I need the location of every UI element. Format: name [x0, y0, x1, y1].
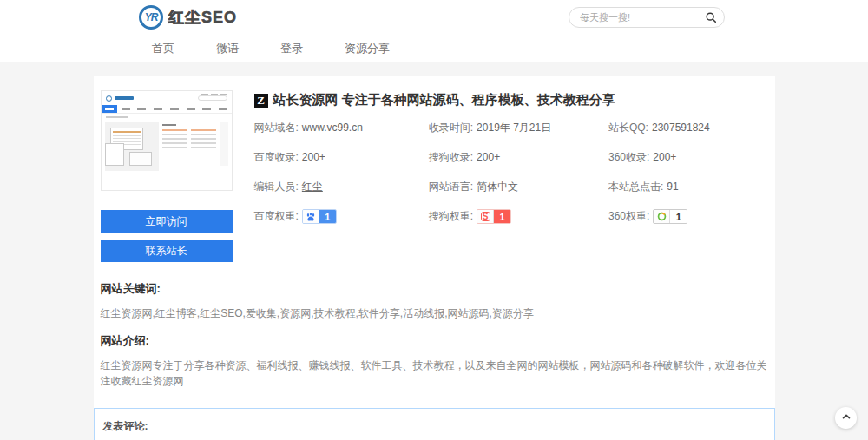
thumb-devices-image — [105, 122, 159, 171]
sogou-weight-value: 1 — [494, 210, 510, 223]
scroll-to-top-button[interactable] — [835, 407, 857, 429]
site-logo[interactable]: YR 红尘SEO — [139, 5, 237, 30]
chevron-up-icon — [841, 411, 852, 424]
info-domain: 网站域名:www.vc99.cn — [254, 121, 429, 135]
info-webmaster-qq: 站长QQ:2307591824 — [608, 121, 768, 135]
logo-monogram-icon: YR — [139, 5, 163, 30]
sogou-weight: 搜狗权重: S 1 — [429, 209, 608, 224]
nav-item-resources[interactable]: 资源分享 — [345, 41, 390, 56]
baidu-weight: 百度权重: 1 — [254, 209, 429, 224]
listing-card: 立即访问 联系站长 Z 站长资源网 专注于各种网站源码、程序模板、技术教程分享 … — [94, 76, 775, 440]
visit-site-button[interactable]: 立即访问 — [101, 210, 233, 233]
search-icon[interactable] — [705, 11, 717, 23]
info-indexed-date: 收录时间:2019年 7月21日 — [429, 121, 608, 135]
nav-item-login[interactable]: 登录 — [280, 41, 303, 56]
info-360-index: 360收录:200+ — [608, 150, 768, 165]
main-nav: 首页 微语 登录 资源分享 — [0, 35, 868, 62]
thumb-decor — [201, 94, 227, 95]
nav-item-home[interactable]: 首页 — [152, 41, 174, 56]
site-favicon-icon: Z — [254, 94, 268, 108]
search-input[interactable] — [580, 12, 705, 23]
baidu-weight-value: 1 — [319, 210, 336, 223]
site-thumbnail[interactable] — [101, 90, 233, 191]
intro-text: 红尘资源网专注于分享各种资源、福利线报、赚钱线报、软件工具、技术教程，以及来自全… — [101, 358, 768, 389]
info-sogou-index: 搜狗收录:200+ — [429, 150, 608, 165]
360-weight-badge[interactable]: 1 — [653, 209, 687, 224]
baidu-paw-icon — [303, 210, 319, 223]
search-box[interactable] — [569, 7, 725, 28]
site-info-grid: 网站域名:www.vc99.cn 收录时间:2019年 7月21日 站长QQ:2… — [254, 121, 768, 224]
editor-link[interactable]: 红尘 — [302, 181, 323, 193]
info-editor: 编辑人员:红尘 — [254, 180, 429, 194]
thumb-logo-icon — [106, 95, 112, 102]
360-weight-value: 1 — [670, 210, 687, 223]
sogou-weight-badge[interactable]: S 1 — [477, 209, 511, 224]
nav-item-weiyu[interactable]: 微语 — [216, 41, 239, 56]
site-header: YR 红尘SEO — [0, 0, 868, 35]
comment-form: 发表评论: 昵称 邮件地址 (选填) 个人主页 (选填) — [94, 408, 775, 440]
sogou-s-icon: S — [477, 210, 494, 223]
weight-360: 360权重: 1 — [608, 209, 768, 224]
logo-text: 红尘SEO — [168, 7, 237, 28]
comment-form-heading: 发表评论: — [103, 419, 766, 434]
intro-heading: 网站介绍: — [101, 333, 768, 349]
contact-webmaster-button[interactable]: 联系站长 — [101, 240, 233, 262]
baidu-weight-badge[interactable]: 1 — [302, 209, 337, 224]
info-baidu-index: 百度收录:200+ — [254, 150, 429, 165]
keywords-heading: 网站关键词: — [101, 281, 768, 297]
main-content: 立即访问 联系站长 Z 站长资源网 专注于各种网站源码、程序模板、技术教程分享 … — [0, 62, 868, 440]
listing-title: 站长资源网 专注于各种网站源码、程序模板、技术教程分享 — [273, 92, 615, 108]
info-total-clicks: 本站总点击:91 — [608, 180, 768, 194]
360-ring-icon — [654, 210, 670, 223]
info-language: 网站语言:简体中文 — [429, 180, 608, 194]
keywords-text: 红尘资源网,红尘博客,红尘SEO,爱收集,资源网,技术教程,软件分享,活动线报,… — [101, 305, 768, 321]
listing-title-row: Z 站长资源网 专注于各种网站源码、程序模板、技术教程分享 — [254, 92, 768, 108]
